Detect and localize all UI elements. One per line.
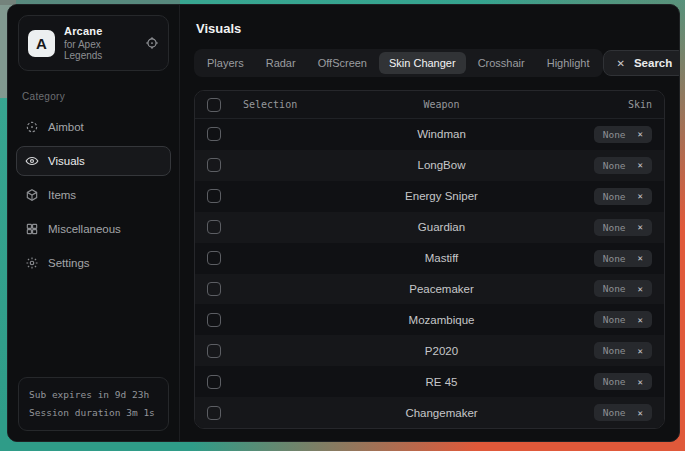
skin-value: None	[603, 283, 626, 294]
table-row: RE 45 None✕	[195, 366, 664, 397]
skin-badge[interactable]: None✕	[594, 342, 652, 359]
weapon-name: LongBow	[335, 159, 548, 171]
table-row: Peacemaker None✕	[195, 274, 664, 305]
row-checkbox[interactable]	[207, 344, 221, 358]
table-row: Mozambique None✕	[195, 304, 664, 335]
sidebar-nav: Aimbot Visuals Items	[8, 112, 179, 278]
row-checkbox[interactable]	[207, 127, 221, 141]
skin-value: None	[603, 314, 626, 325]
session-info-card: Sub expires in 9d 23h Session duration 3…	[18, 377, 169, 431]
sidebar-item-settings[interactable]: Settings	[16, 248, 171, 278]
skin-badge[interactable]: None✕	[594, 126, 652, 143]
row-checkbox[interactable]	[207, 220, 221, 234]
weapon-name: Guardian	[335, 221, 548, 233]
skin-badge[interactable]: None✕	[594, 188, 652, 205]
tab-players[interactable]: Players	[197, 52, 254, 74]
clear-skin-icon[interactable]: ✕	[638, 191, 643, 201]
table-row: Mastiff None✕	[195, 243, 664, 274]
search-button[interactable]: ✕ Search	[603, 50, 680, 76]
row-checkbox[interactable]	[207, 375, 221, 389]
main-panel: Visuals Players Radar OffScreen Skin Cha…	[180, 5, 679, 441]
skin-value: None	[603, 129, 626, 140]
skin-badge[interactable]: None✕	[594, 250, 652, 267]
row-checkbox[interactable]	[207, 189, 221, 203]
row-checkbox[interactable]	[207, 282, 221, 296]
skin-value: None	[603, 191, 626, 202]
skin-value: None	[603, 345, 626, 356]
row-checkbox[interactable]	[207, 406, 221, 420]
weapon-name: Changemaker	[335, 407, 548, 419]
search-button-label: Search	[634, 57, 672, 69]
sidebar-item-items[interactable]: Items	[16, 180, 171, 210]
sidebar-item-label: Visuals	[48, 155, 85, 167]
table-row: Energy Sniper None✕	[195, 181, 664, 212]
weapon-name: Peacemaker	[335, 283, 548, 295]
row-checkbox[interactable]	[207, 313, 221, 327]
crosshair-icon	[25, 120, 39, 134]
sidebar-item-label: Aimbot	[48, 121, 84, 133]
skin-badge[interactable]: None✕	[594, 311, 652, 328]
skin-value: None	[603, 376, 626, 387]
weapon-name: Mozambique	[335, 314, 548, 326]
table-row: P2020 None✕	[195, 335, 664, 366]
clear-skin-icon[interactable]: ✕	[638, 315, 643, 325]
controls-row: Players Radar OffScreen Skin Changer Cro…	[194, 49, 665, 77]
app-meta: Arcane for Apex Legends	[64, 25, 136, 61]
table-body: Windman None✕ LongBow None✕ Energy Snipe…	[195, 119, 664, 428]
table-row: Windman None✕	[195, 119, 664, 150]
target-icon[interactable]	[145, 36, 159, 50]
tab-bar: Players Radar OffScreen Skin Changer Cro…	[194, 49, 603, 77]
weapon-name: RE 45	[335, 376, 548, 388]
skin-badge[interactable]: None✕	[594, 280, 652, 297]
clear-skin-icon[interactable]: ✕	[638, 222, 643, 232]
clear-skin-icon[interactable]: ✕	[638, 346, 643, 356]
weapon-name: Windman	[335, 128, 548, 140]
package-icon	[25, 188, 39, 202]
skin-value: None	[603, 160, 626, 171]
sub-expiry-text: Sub expires in 9d 23h	[29, 386, 158, 404]
sidebar-item-label: Items	[48, 189, 76, 201]
clear-skin-icon[interactable]: ✕	[638, 284, 643, 294]
skin-badge[interactable]: None✕	[594, 219, 652, 236]
app-name: Arcane	[64, 25, 136, 37]
clear-skin-icon[interactable]: ✕	[638, 253, 643, 263]
sidebar-item-miscellaneous[interactable]: Miscellaneous	[16, 214, 171, 244]
tab-radar[interactable]: Radar	[256, 52, 306, 74]
table-row: LongBow None✕	[195, 150, 664, 181]
clear-skin-icon[interactable]: ✕	[638, 377, 643, 387]
app-subtitle: for Apex Legends	[64, 39, 136, 61]
clear-skin-icon[interactable]: ✕	[638, 408, 643, 418]
sidebar-item-label: Miscellaneous	[48, 223, 121, 235]
header-skin: Skin	[548, 99, 652, 110]
grid-icon	[25, 222, 39, 236]
sidebar-item-aimbot[interactable]: Aimbot	[16, 112, 171, 142]
row-checkbox[interactable]	[207, 251, 221, 265]
skin-badge[interactable]: None✕	[594, 157, 652, 174]
session-duration-text: Session duration 3m 1s	[29, 404, 158, 422]
header-selection: Selection	[243, 99, 335, 110]
skin-badge[interactable]: None✕	[594, 373, 652, 390]
select-all-checkbox[interactable]	[207, 98, 221, 112]
page-title: Visuals	[196, 21, 665, 36]
row-checkbox[interactable]	[207, 158, 221, 172]
sidebar-item-label: Settings	[48, 257, 90, 269]
tab-offscreen[interactable]: OffScreen	[308, 52, 377, 74]
sidebar-item-visuals[interactable]: Visuals	[16, 146, 171, 176]
gear-icon	[25, 256, 39, 270]
weapon-name: Mastiff	[335, 252, 548, 264]
skin-table: Selection Weapon Skin Windman None✕ Long…	[194, 90, 665, 429]
search-icon: ✕	[617, 58, 625, 69]
sidebar: A Arcane for Apex Legends Category	[8, 5, 180, 441]
skin-value: None	[603, 407, 626, 418]
table-row: Guardian None✕	[195, 212, 664, 243]
clear-skin-icon[interactable]: ✕	[638, 129, 643, 139]
header-weapon: Weapon	[335, 99, 548, 110]
tab-highlight[interactable]: Highlight	[537, 52, 600, 74]
tab-crosshair[interactable]: Crosshair	[468, 52, 535, 74]
app-logo: A	[28, 30, 55, 57]
skin-badge[interactable]: None✕	[594, 404, 652, 421]
eye-icon	[25, 154, 39, 168]
clear-skin-icon[interactable]: ✕	[638, 160, 643, 170]
tab-skin-changer[interactable]: Skin Changer	[379, 52, 466, 74]
skin-value: None	[603, 253, 626, 264]
